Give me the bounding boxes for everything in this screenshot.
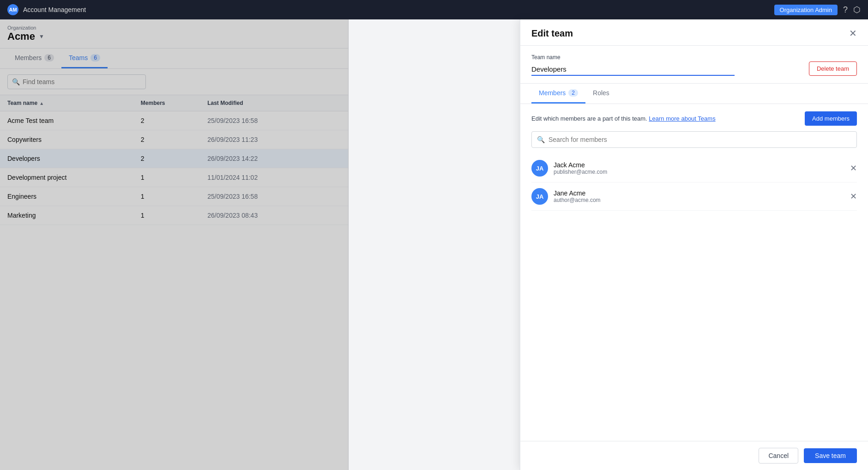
panel-tabs: Members 2 Roles (520, 84, 868, 104)
search-input-wrap: 🔍 (7, 74, 341, 89)
team-members-cell: 1 (141, 174, 207, 181)
team-modified-cell: 25/09/2023 16:58 (207, 193, 341, 200)
chevron-down-icon: ▼ (39, 33, 44, 40)
team-name-label: Team name (531, 54, 809, 61)
org-name: Acme (7, 31, 35, 43)
save-team-button[interactable]: Save team (804, 448, 857, 463)
table-row[interactable]: Development project 1 11/01/2024 11:02 (0, 168, 348, 187)
col-members: Members (141, 100, 207, 106)
team-name-section: Team name Delete team (520, 46, 868, 84)
team-modified-cell: 26/09/2023 08:43 (207, 212, 341, 219)
top-nav-left: AM Account Management (7, 4, 86, 15)
panel-tab-roles[interactable]: Roles (585, 84, 617, 104)
help-button[interactable]: ? (843, 5, 848, 15)
search-bar: 🔍 (0, 69, 348, 95)
table-row[interactable]: Acme Test team 2 25/09/2023 16:58 (0, 111, 348, 130)
app-title: Account Management (23, 6, 86, 13)
panel-tab-members[interactable]: Members 2 (531, 84, 585, 104)
table-header: Team name ▲ Members Last Modified (0, 95, 348, 111)
tab-members[interactable]: Members 6 (7, 49, 61, 68)
team-name-cell: Marketing (7, 212, 141, 219)
table-row[interactable]: Developers 2 26/09/2023 14:22 (0, 149, 348, 168)
tab-teams-count: 6 (90, 54, 100, 61)
team-members-cell: 1 (141, 193, 207, 200)
avatar: JA (531, 188, 548, 205)
add-members-button[interactable]: Add members (805, 111, 857, 126)
team-members-cell: 2 (141, 117, 207, 124)
col-last-modified: Last Modified (207, 100, 341, 106)
panel-tab-roles-label: Roles (593, 89, 609, 97)
top-nav-right: Organization Admin ? ⬡ (774, 5, 861, 15)
user-menu-button[interactable]: ⬡ (853, 5, 861, 15)
members-section: Edit which members are a part of this te… (520, 104, 868, 441)
top-nav: AM Account Management Organization Admin… (0, 0, 868, 19)
left-panel: Organization Acme ▼ Members 6 Teams 6 🔍 (0, 19, 349, 470)
app-icon: AM (7, 4, 18, 15)
table-row[interactable]: Marketing 1 26/09/2023 08:43 (0, 206, 348, 225)
team-name-input[interactable] (531, 63, 735, 76)
close-panel-button[interactable]: ✕ (849, 28, 857, 39)
team-name-cell: Development project (7, 174, 141, 181)
team-modified-cell: 26/09/2023 14:22 (207, 155, 341, 162)
cancel-button[interactable]: Cancel (759, 448, 798, 464)
edit-team-title: Edit team (531, 28, 573, 39)
sort-icon: ▲ (39, 101, 44, 106)
tab-teams[interactable]: Teams 6 (61, 49, 108, 68)
delete-team-button[interactable]: Delete team (809, 61, 857, 76)
panel-header: Edit team ✕ (520, 19, 868, 46)
team-name-cell: Engineers (7, 193, 141, 200)
team-modified-cell: 11/01/2024 11:02 (207, 174, 341, 181)
panel-tab-members-count: 2 (568, 89, 578, 97)
col-team-name: Team name ▲ (7, 100, 141, 106)
search-icon: 🔍 (12, 78, 20, 85)
panel-footer: Cancel Save team (520, 441, 868, 470)
member-name: Jack Acme (554, 161, 607, 169)
tab-members-label: Members (15, 54, 42, 61)
member-search-input[interactable] (531, 131, 857, 148)
team-members-cell: 1 (141, 212, 207, 219)
find-teams-input[interactable] (7, 74, 146, 89)
team-name-cell: Acme Test team (7, 117, 141, 124)
member-info: Jane Acme author@acme.com (554, 189, 601, 203)
team-name-cell: Copywriters (7, 136, 141, 143)
tab-members-count: 6 (44, 54, 54, 61)
team-members-cell: 2 (141, 155, 207, 162)
member-left: JA Jack Acme publisher@acme.com (531, 160, 607, 177)
member-email: publisher@acme.com (554, 169, 607, 175)
avatar: JA (531, 160, 548, 177)
member-left: JA Jane Acme author@acme.com (531, 188, 601, 205)
members-toolbar: Edit which members are a part of this te… (531, 111, 857, 126)
tab-teams-label: Teams (69, 54, 88, 61)
edit-description: Edit which members are a part of this te… (531, 115, 716, 122)
team-modified-cell: 25/09/2023 16:58 (207, 117, 341, 124)
member-item: JA Jack Acme publisher@acme.com ✕ (531, 154, 857, 183)
edit-team-panel: Edit team ✕ Team name Delete team Member… (519, 19, 868, 470)
remove-member-button[interactable]: ✕ (850, 191, 857, 201)
org-selector[interactable]: Acme ▼ (7, 31, 341, 43)
table-row[interactable]: Engineers 1 25/09/2023 16:58 (0, 187, 348, 206)
member-name: Jane Acme (554, 189, 601, 197)
member-search-wrap: 🔍 (531, 131, 857, 148)
teams-table: Team name ▲ Members Last Modified Acme T… (0, 95, 348, 470)
team-name-cell: Developers (7, 155, 141, 162)
org-label: Organization (7, 25, 341, 31)
team-name-left: Team name (531, 54, 809, 76)
member-search-icon: 🔍 (537, 136, 545, 143)
team-modified-cell: 26/09/2023 11:23 (207, 136, 341, 143)
org-admin-badge: Organization Admin (774, 5, 838, 15)
org-header: Organization Acme ▼ (0, 19, 348, 49)
member-item: JA Jane Acme author@acme.com ✕ (531, 183, 857, 211)
remove-member-button[interactable]: ✕ (850, 163, 857, 173)
learn-more-link[interactable]: Learn more about Teams (649, 115, 715, 122)
content-area: Organization Acme ▼ Members 6 Teams 6 🔍 (0, 19, 868, 470)
member-email: author@acme.com (554, 197, 601, 203)
team-members-cell: 2 (141, 136, 207, 143)
panel-tab-members-label: Members (539, 89, 566, 97)
member-info: Jack Acme publisher@acme.com (554, 161, 607, 175)
table-row[interactable]: Copywriters 2 26/09/2023 11:23 (0, 130, 348, 149)
tabs-bar: Members 6 Teams 6 (0, 49, 348, 69)
